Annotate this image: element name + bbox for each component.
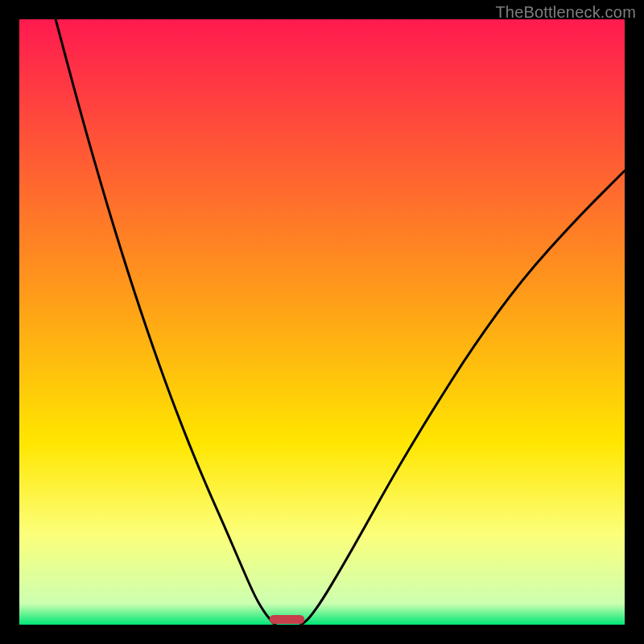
gradient-background (19, 19, 625, 625)
chart-frame: TheBottleneck.com (0, 0, 644, 644)
base-marker (270, 615, 305, 624)
watermark-text: TheBottleneck.com (495, 3, 636, 22)
bottleneck-chart (19, 19, 625, 625)
marker-group (270, 615, 305, 624)
